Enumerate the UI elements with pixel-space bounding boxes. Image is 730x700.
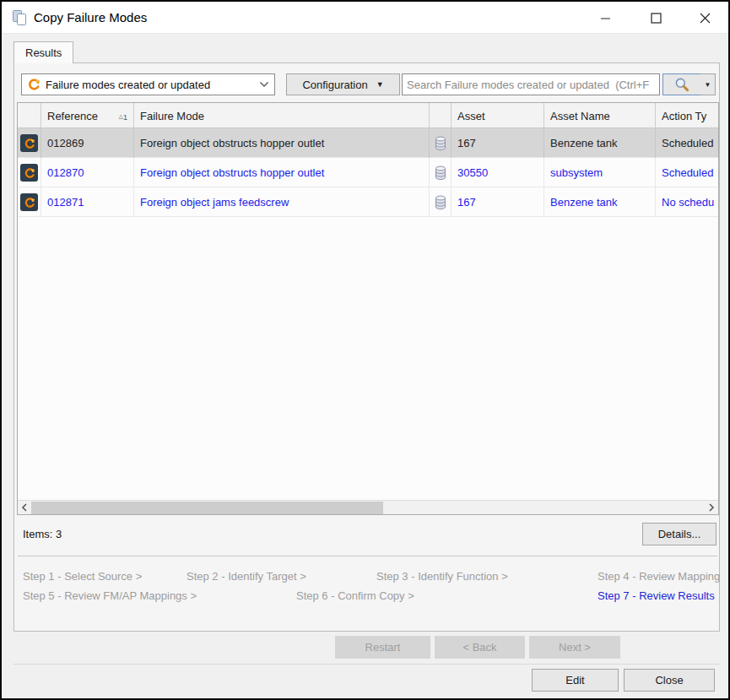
failure-mode-icon bbox=[20, 164, 38, 182]
database-icon bbox=[435, 166, 446, 180]
next-button[interactable]: Next > bbox=[529, 636, 620, 659]
failure-mode-icon bbox=[20, 193, 38, 211]
database-icon bbox=[435, 136, 446, 150]
copy-pages-icon bbox=[11, 9, 28, 26]
step-7-link[interactable]: Step 7 - Review Results bbox=[598, 589, 715, 602]
divider bbox=[18, 556, 717, 556]
table-row[interactable]: 012869 Foreign object obstructs hopper o… bbox=[18, 128, 718, 158]
dropdown-arrow-icon: ▼ bbox=[705, 81, 711, 89]
scrollbar-thumb[interactable] bbox=[31, 502, 383, 514]
search-button[interactable] bbox=[662, 73, 701, 95]
datasource-cell bbox=[430, 187, 452, 217]
minimize-button[interactable] bbox=[589, 5, 621, 30]
reference-cell: 012869 bbox=[41, 128, 134, 158]
datasource-cell bbox=[430, 158, 452, 187]
step-4-link[interactable]: Step 4 - Review Mapping bbox=[598, 570, 720, 583]
filter-combobox[interactable]: Failure modes created or updated bbox=[21, 73, 275, 95]
copy-failure-modes-dialog: Copy Failure Modes Results Failure modes… bbox=[0, 0, 730, 700]
reference-link[interactable]: 012871 bbox=[41, 187, 134, 217]
configuration-button[interactable]: Configuration ▼ bbox=[286, 73, 400, 95]
column-header-asset[interactable]: Asset bbox=[452, 103, 544, 128]
failure-mode-cell: Foreign object obstructs hopper outlet bbox=[134, 128, 430, 158]
step-6-link[interactable]: Step 6 - Confirm Copy > bbox=[296, 589, 414, 602]
asset-cell: 167 bbox=[452, 128, 544, 158]
step-1-link[interactable]: Step 1 - Select Source > bbox=[23, 570, 142, 583]
failure-mode-icon bbox=[27, 78, 41, 91]
action-type-link[interactable]: No schedu bbox=[656, 187, 719, 217]
asset-name-link[interactable]: Benzene tank bbox=[544, 187, 656, 217]
maximize-button[interactable] bbox=[640, 5, 672, 30]
failure-mode-link[interactable]: Foreign object jams feedscrew bbox=[134, 187, 430, 217]
step-2-link[interactable]: Step 2 - Identify Target > bbox=[187, 570, 306, 583]
back-button[interactable]: < Back bbox=[435, 636, 525, 659]
minimize-icon bbox=[600, 13, 611, 24]
filter-combobox-value: Failure modes created or updated bbox=[46, 79, 210, 91]
failure-mode-record-icon-cell bbox=[18, 128, 41, 158]
results-table: Reference ▵1 Failure Mode Asset Asset Na… bbox=[17, 102, 719, 515]
column-header-asset-name[interactable]: Asset Name bbox=[544, 103, 656, 128]
edit-button[interactable]: Edit bbox=[532, 669, 619, 692]
asset-name-link[interactable]: subsystem bbox=[544, 158, 656, 187]
step-3-link[interactable]: Step 3 - Identify Function > bbox=[376, 570, 508, 583]
reference-link[interactable]: 012870 bbox=[41, 158, 134, 187]
tab-results-label: Results bbox=[25, 46, 62, 59]
database-icon bbox=[435, 195, 446, 209]
column-header-reference[interactable]: Reference ▵1 bbox=[41, 103, 134, 128]
sort-ascending-icon: ▵1 bbox=[118, 110, 127, 122]
close-dialog-button[interactable]: Close bbox=[624, 669, 715, 692]
window-title: Copy Failure Modes bbox=[34, 2, 147, 34]
title-bar: Copy Failure Modes bbox=[2, 2, 728, 34]
failure-mode-icon bbox=[20, 134, 38, 152]
column-header-datasource[interactable] bbox=[430, 103, 452, 128]
dropdown-arrow-icon: ▼ bbox=[376, 80, 384, 89]
details-button[interactable]: Details... bbox=[642, 523, 716, 545]
search-icon bbox=[674, 77, 689, 92]
items-count: Items: 3 bbox=[23, 528, 62, 540]
asset-name-cell: Benzene tank bbox=[544, 128, 656, 158]
search-options-button[interactable]: ▼ bbox=[700, 73, 716, 95]
column-header-action-type[interactable]: Action Ty bbox=[656, 103, 719, 128]
step-5-link[interactable]: Step 5 - Review FM/AP Mappings > bbox=[23, 589, 197, 602]
scroll-right-icon[interactable] bbox=[705, 501, 718, 514]
failure-mode-record-icon-cell bbox=[18, 187, 41, 217]
divider bbox=[14, 664, 720, 665]
action-type-cell: Scheduled bbox=[656, 128, 719, 158]
asset-link[interactable]: 30550 bbox=[452, 158, 544, 187]
failure-mode-record-icon-cell bbox=[18, 158, 41, 187]
asset-link[interactable]: 167 bbox=[452, 187, 544, 217]
action-type-link[interactable]: Scheduled bbox=[656, 158, 719, 187]
close-button[interactable] bbox=[689, 5, 721, 30]
search-input[interactable] bbox=[402, 73, 660, 95]
column-header-icon[interactable] bbox=[18, 103, 41, 128]
restart-button[interactable]: Restart bbox=[335, 636, 430, 659]
configuration-button-label: Configuration bbox=[302, 79, 367, 91]
maximize-icon bbox=[651, 13, 662, 24]
table-row[interactable]: 012871 Foreign object jams feedscrew 167… bbox=[18, 187, 718, 217]
failure-mode-link[interactable]: Foreign object obstructs hopper outlet bbox=[134, 158, 430, 187]
horizontal-scrollbar[interactable] bbox=[18, 500, 718, 514]
scroll-left-icon[interactable] bbox=[18, 501, 31, 514]
chevron-down-icon bbox=[259, 81, 269, 88]
table-row[interactable]: 012870 Foreign object obstructs hopper o… bbox=[18, 158, 718, 187]
tab-results[interactable]: Results bbox=[14, 41, 73, 63]
close-icon bbox=[700, 13, 711, 24]
table-header: Reference ▵1 Failure Mode Asset Asset Na… bbox=[18, 103, 718, 128]
column-header-failure-mode[interactable]: Failure Mode bbox=[134, 103, 430, 128]
datasource-cell bbox=[430, 128, 452, 158]
results-panel: Failure modes created or updated Configu… bbox=[14, 62, 720, 632]
